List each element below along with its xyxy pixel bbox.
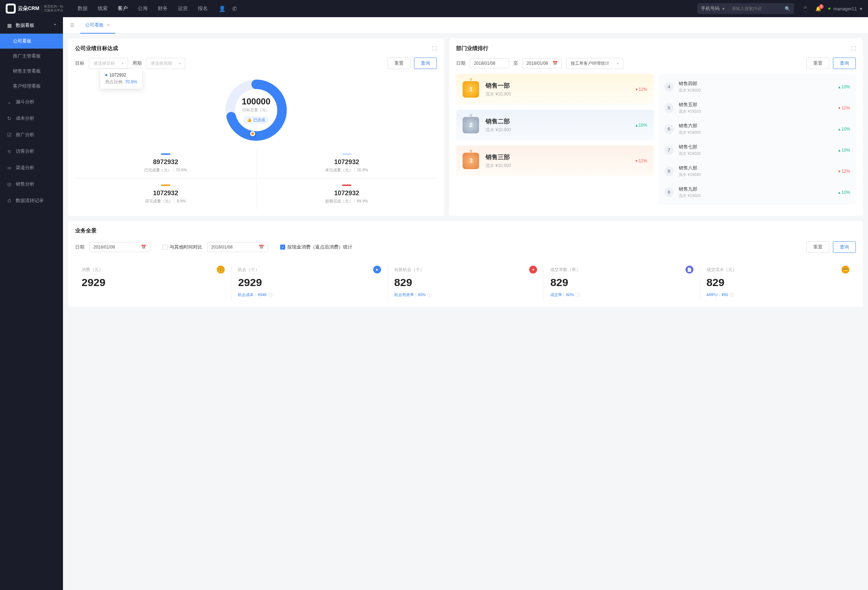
kpi-label: 成交流水（元） bbox=[707, 267, 737, 273]
top-icons: 👤 ✆ bbox=[218, 5, 237, 12]
bell-icon[interactable]: 🔔5 bbox=[815, 6, 821, 12]
reset-button[interactable]: 重置 bbox=[806, 241, 830, 253]
donut-knob bbox=[250, 131, 255, 136]
nav-enroll[interactable]: 报名 bbox=[198, 5, 208, 12]
kpi-foot: 机会有效率：80% ? bbox=[394, 292, 537, 297]
phone-icon[interactable]: ✆ bbox=[232, 5, 237, 12]
nav-customers[interactable]: 客户 bbox=[118, 5, 128, 12]
reset-button[interactable]: 重置 bbox=[387, 57, 410, 69]
rank-row[interactable]: 5 销售五部流水 ¥19020 ▾ 12% bbox=[659, 97, 856, 118]
chevron-down-icon: ▾ bbox=[122, 62, 123, 65]
kpi-label: 机会（个） bbox=[238, 267, 260, 273]
rank-number: 4 bbox=[664, 82, 674, 91]
rank-3[interactable]: 3 销售三部流水 ¥10,900 ▾ 12% bbox=[456, 146, 653, 176]
brand-name: 云朵CRM bbox=[18, 5, 39, 12]
sidebar-funnel[interactable]: ⌄漏斗分析 bbox=[0, 94, 63, 110]
rank-row[interactable]: 6 销售六部流水 ¥19020 ▴ 10% bbox=[659, 118, 856, 140]
sidebar-channel[interactable]: ∞渠道分析 bbox=[0, 159, 63, 176]
nav-data[interactable]: 数据 bbox=[78, 5, 88, 12]
date-from[interactable]: 2018/01/08 bbox=[470, 58, 509, 68]
sidebar-group-dashboard[interactable]: ▦ 数据看板 ⌃ bbox=[0, 17, 63, 34]
query-button[interactable]: 查询 bbox=[833, 57, 856, 69]
rank-number: 9 bbox=[664, 188, 674, 197]
tab-company[interactable]: 公司看板 ✕ bbox=[80, 17, 115, 34]
query-button[interactable]: 查询 bbox=[414, 57, 437, 69]
sidebar-sales[interactable]: ◎销售分析 bbox=[0, 176, 63, 193]
medal-silver-icon: 2 bbox=[463, 117, 479, 133]
kpi-4: 成交流水（元） 💳 829 ARPU：¥80 ? bbox=[700, 263, 856, 300]
logo[interactable]: 云朵CRM 教育机构一站式服务云平台 bbox=[6, 4, 63, 13]
delta-up: ▴ 10% bbox=[635, 123, 647, 128]
close-icon[interactable]: ✕ bbox=[106, 22, 110, 28]
nav-finance[interactable]: 财务 bbox=[158, 5, 168, 12]
nav-pool[interactable]: 公海 bbox=[138, 5, 148, 12]
reset-button[interactable]: 重置 bbox=[806, 57, 830, 69]
rank-row[interactable]: 8 销售八部流水 ¥19020 ▾ 12% bbox=[659, 160, 856, 182]
sidebar-promo[interactable]: ☑推广分析 bbox=[0, 127, 63, 143]
search-input[interactable] bbox=[732, 6, 782, 11]
sidebar-item-account-mgr[interactable]: 客户经理看板 bbox=[0, 79, 63, 94]
compare-checkbox[interactable]: 与其他时间对比 bbox=[162, 244, 202, 250]
rank-number: 5 bbox=[664, 103, 674, 113]
main: ☰ 公司看板 ✕ 公司业绩目标达成 ⛶ 目标 请选择目标▾ 周期 请选择周期▾ bbox=[63, 17, 868, 590]
expand-icon[interactable]: ⛶ bbox=[432, 46, 437, 51]
select-period[interactable]: 请选择周期▾ bbox=[146, 58, 185, 69]
medal-gold-icon: 1 bbox=[463, 81, 479, 98]
rank-1[interactable]: 1 销售一部流水 ¥10,900 ▾ 12% bbox=[456, 74, 653, 105]
label-target: 目标 bbox=[75, 60, 84, 66]
card-ranking: 部门业绩排行 ⛶ 日期 2018/01/08 至 2018/01/08📅 按工单… bbox=[449, 38, 863, 216]
kpi-foot: 成交率：80% ? bbox=[550, 292, 693, 297]
cash-checkbox[interactable]: 按现金消费（返点后消费）统计 bbox=[280, 244, 353, 250]
metric-undone: 1072932 未完成量（元）20.9% bbox=[256, 148, 437, 178]
kpi-1: 机会（个） ➤ 2929 机会成本：¥948 ? bbox=[231, 263, 387, 300]
sidebar-visitor[interactable]: ⎋访客分析 bbox=[0, 143, 63, 159]
query-button[interactable]: 查询 bbox=[833, 241, 856, 253]
rank-row[interactable]: 9 销售九部流水 ¥19020 ▴ 10% bbox=[659, 182, 856, 203]
username: manager11 bbox=[833, 6, 857, 12]
select-target[interactable]: 请选择目标▾ bbox=[89, 58, 128, 69]
nav-leads[interactable]: 线索 bbox=[98, 5, 108, 12]
brand-sub: 教育机构一站式服务云平台 bbox=[41, 4, 63, 13]
date-to[interactable]: 2018/01/08📅 bbox=[523, 58, 562, 68]
channel-icon: ∞ bbox=[6, 165, 12, 171]
chart-tooltip: 1072932 所占比例:70.9% bbox=[100, 69, 142, 89]
rank-2[interactable]: 2 销售二部流水 ¥10,900 ▴ 10% bbox=[456, 110, 653, 141]
kpi-label: 消费（元） bbox=[81, 267, 103, 273]
top-right: 📱 🔔5 manager11 ▾ bbox=[803, 6, 862, 12]
rank-row[interactable]: 7 销售七部流水 ¥19020 ▴ 10% bbox=[659, 140, 856, 160]
calendar-icon: 📅 bbox=[259, 244, 264, 250]
sidebar-cost[interactable]: ↻成本分析 bbox=[0, 110, 63, 127]
pano-date1[interactable]: 2018/01/08📅 bbox=[89, 242, 150, 252]
sidebar-item-company[interactable]: 公司看板 bbox=[0, 34, 63, 49]
chevron-down-icon[interactable]: ▾ bbox=[722, 6, 725, 12]
sidebar-flow[interactable]: ⎙数据流转记录 bbox=[0, 193, 63, 209]
panorama-title: 业务全景 bbox=[75, 227, 97, 234]
label-date: 日期 bbox=[456, 60, 465, 66]
kpi-label: 成交单数（单） bbox=[550, 267, 580, 273]
search-icon[interactable]: 🔍 bbox=[785, 6, 790, 12]
delta-up: ▴ 10% bbox=[838, 84, 850, 90]
nav-ops[interactable]: 运营 bbox=[178, 5, 188, 12]
user-icon[interactable]: 👤 bbox=[218, 5, 226, 12]
menu-icon[interactable]: ☰ bbox=[66, 21, 78, 30]
sidebar-item-promo-lead[interactable]: 推广主管看板 bbox=[0, 49, 63, 64]
device-icon[interactable]: 📱 bbox=[803, 6, 808, 12]
kpi-value: 2929 bbox=[238, 277, 381, 288]
checkbox-on-icon bbox=[280, 244, 285, 250]
kpi-value: 829 bbox=[707, 277, 849, 288]
kpi-3: 成交单数（单） 📄 829 成交率：80% ? bbox=[543, 263, 700, 300]
donut-tag: 👍已达成 bbox=[243, 116, 269, 124]
select-groupby[interactable]: 按工单客户经理统计▾ bbox=[566, 58, 623, 69]
kpi-icon: 📄 bbox=[685, 266, 694, 274]
help-icon: ? bbox=[268, 293, 273, 297]
pano-date2[interactable]: 2018/01/08📅 bbox=[207, 242, 268, 252]
rank-row[interactable]: 4 销售四部流水 ¥19020 ▴ 10% bbox=[659, 76, 856, 97]
user-menu[interactable]: manager11 ▾ bbox=[828, 6, 862, 12]
sidebar-item-sales-lead[interactable]: 销售主管看板 bbox=[0, 64, 63, 79]
expand-icon[interactable]: ⛶ bbox=[851, 46, 856, 51]
delta-up: ▴ 10% bbox=[838, 148, 850, 153]
top-nav: 数据 线索 客户 公海 财务 运营 报名 bbox=[78, 5, 208, 12]
rank-number: 8 bbox=[664, 167, 674, 176]
kpi-value: 2929 bbox=[81, 277, 225, 288]
search-type[interactable]: 手机号码 bbox=[701, 5, 719, 12]
